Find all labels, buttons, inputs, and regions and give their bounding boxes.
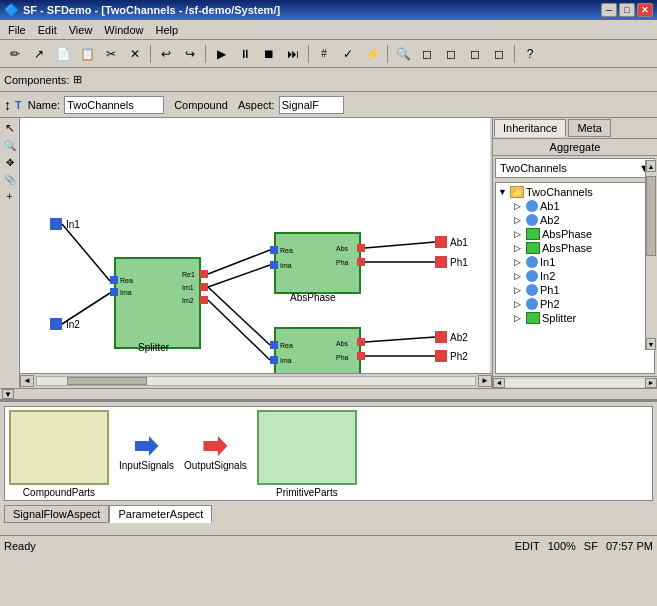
output-signal-arrow[interactable] <box>203 436 227 456</box>
tab-parameter[interactable]: ParameterAspect <box>109 505 212 523</box>
tool-new[interactable]: 📄 <box>52 43 74 65</box>
tool-select[interactable]: ↖ <box>2 120 18 136</box>
compound-parts-box[interactable] <box>9 410 109 485</box>
tree-item-root[interactable]: ▼ 📁 TwoChannels <box>498 185 652 199</box>
tree-item-absphase1[interactable]: ▷ AbsPhase <box>498 227 652 241</box>
tree-expand-ab1[interactable]: ▷ <box>514 201 524 211</box>
primitive-parts-section: PrimitiveParts <box>257 410 357 498</box>
svg-rect-4 <box>110 276 118 284</box>
svg-text:Rea: Rea <box>120 277 133 284</box>
svg-rect-25 <box>275 328 360 373</box>
menu-window[interactable]: Window <box>98 22 149 38</box>
tool-help[interactable]: ? <box>519 43 541 65</box>
tree-expand-ap2[interactable]: ▷ <box>514 243 524 253</box>
scroll-left[interactable]: ◄ <box>20 375 34 387</box>
tree-expand-ap1[interactable]: ▷ <box>514 229 524 239</box>
tree-expand-in2[interactable]: ▷ <box>514 271 524 281</box>
tree-item-in1[interactable]: ▷ In1 <box>498 255 652 269</box>
tool-add[interactable]: + <box>2 188 18 204</box>
scrollbar-thumb[interactable] <box>67 377 147 385</box>
tree-expand-ph1[interactable]: ▷ <box>514 285 524 295</box>
title-bar: 🔷 SF - SFDemo - [TwoChannels - /sf-demo/… <box>0 0 657 20</box>
svg-rect-37 <box>435 256 447 268</box>
bottom-area: CompoundParts InputSignals OutputSignals… <box>0 400 657 535</box>
tree-item-in2[interactable]: ▷ In2 <box>498 269 652 283</box>
diagram-area[interactable]: In1 In2 Rea Ima Re1 Im1 Im2 <box>20 118 490 373</box>
t-marker: T <box>15 99 22 111</box>
scrollbar-track[interactable] <box>36 376 476 386</box>
primitive-parts-box[interactable] <box>257 410 357 485</box>
tool-pause[interactable]: ⏸ <box>234 43 256 65</box>
maximize-button[interactable]: □ <box>619 3 635 17</box>
output-signals-label: OutputSignals <box>184 460 247 471</box>
tree-hscrollbar[interactable]: ◄ ► <box>493 376 657 388</box>
tool-check[interactable]: ✓ <box>337 43 359 65</box>
tree-expand-splitter[interactable]: ▷ <box>514 313 524 323</box>
svg-text:Splitter: Splitter <box>138 342 170 353</box>
menu-edit[interactable]: Edit <box>32 22 63 38</box>
tab-meta[interactable]: Meta <box>568 119 610 137</box>
components-label: Components: <box>4 74 69 86</box>
tool-cut[interactable]: ✂ <box>100 43 122 65</box>
input-signal-arrow[interactable] <box>135 436 159 456</box>
tree-item-ab2[interactable]: ▷ Ab2 <box>498 213 652 227</box>
collapse-button[interactable]: ▼ <box>2 389 14 399</box>
svg-rect-28 <box>270 356 278 364</box>
tool-stop[interactable]: ⏹ <box>258 43 280 65</box>
tree-expand-in1[interactable]: ▷ <box>514 257 524 267</box>
tool-arrow[interactable]: ↗ <box>28 43 50 65</box>
tree-hscroll-left[interactable]: ◄ <box>493 378 505 388</box>
tool-box3[interactable]: ◻ <box>464 43 486 65</box>
aggregate-tab[interactable]: Aggregate <box>493 139 657 156</box>
scroll-right[interactable]: ► <box>478 375 492 387</box>
vscroll-down[interactable]: ▼ <box>646 338 656 350</box>
tree-item-ab1[interactable]: ▷ Ab1 <box>498 199 652 213</box>
tree-item-splitter[interactable]: ▷ Splitter <box>498 311 652 325</box>
tool-connect[interactable]: 📎 <box>2 171 18 187</box>
tree-label-splitter: Splitter <box>542 312 576 324</box>
tool-zoom-in[interactable]: 🔍 <box>2 137 18 153</box>
tool-undo[interactable]: ↩ <box>155 43 177 65</box>
tree-hscroll-right[interactable]: ► <box>645 378 657 388</box>
tab-signal-flow[interactable]: SignalFlowAspect <box>4 505 109 523</box>
h-scrollbar[interactable]: ◄ ► <box>20 373 492 387</box>
tree-expand-root[interactable]: ▼ <box>498 187 508 197</box>
tool-box2[interactable]: ◻ <box>440 43 462 65</box>
cursor-tool[interactable]: ↕ <box>4 97 11 113</box>
tool-flash[interactable]: ⚡ <box>361 43 383 65</box>
tree-item-ph2[interactable]: ▷ Ph2 <box>498 297 652 311</box>
tool-redo[interactable]: ↪ <box>179 43 201 65</box>
svg-text:Pha: Pha <box>336 354 349 361</box>
tool-zoom[interactable]: 🔍 <box>392 43 414 65</box>
vscroll-thumb[interactable] <box>646 176 656 256</box>
tool-hash[interactable]: # <box>313 43 335 65</box>
tool-copy[interactable]: 📋 <box>76 43 98 65</box>
close-button[interactable]: ✕ <box>637 3 653 17</box>
tool-move[interactable]: ✥ <box>2 154 18 170</box>
svg-text:Abs: Abs <box>336 340 349 347</box>
tree-label-ph2: Ph2 <box>540 298 560 310</box>
menu-view[interactable]: View <box>63 22 99 38</box>
tree-item-absphase2[interactable]: ▷ AbsPhase <box>498 241 652 255</box>
tool-play[interactable]: ▶ <box>210 43 232 65</box>
vscroll-up[interactable]: ▲ <box>646 160 656 172</box>
tree-hscroll-track[interactable] <box>505 379 645 387</box>
minimize-button[interactable]: ─ <box>601 3 617 17</box>
components-icon[interactable]: ⊞ <box>73 73 82 86</box>
tree-expand-ph2[interactable]: ▷ <box>514 299 524 309</box>
name-input[interactable] <box>64 96 164 114</box>
tool-next[interactable]: ⏭ <box>282 43 304 65</box>
aspect-input[interactable] <box>279 96 344 114</box>
menu-file[interactable]: File <box>2 22 32 38</box>
tree-item-ph1[interactable]: ▷ Ph1 <box>498 283 652 297</box>
tree-vscrollbar[interactable]: ▲ ▼ <box>645 160 657 350</box>
tree-dropdown[interactable]: TwoChannels ▼ <box>495 158 655 178</box>
menu-help[interactable]: Help <box>149 22 184 38</box>
svg-text:Ph1: Ph1 <box>450 257 468 268</box>
tool-pencil[interactable]: ✏ <box>4 43 26 65</box>
tool-box4[interactable]: ◻ <box>488 43 510 65</box>
tool-box1[interactable]: ◻ <box>416 43 438 65</box>
tab-inheritance[interactable]: Inheritance <box>494 119 566 137</box>
tool-delete[interactable]: ✕ <box>124 43 146 65</box>
tree-expand-ab2[interactable]: ▷ <box>514 215 524 225</box>
